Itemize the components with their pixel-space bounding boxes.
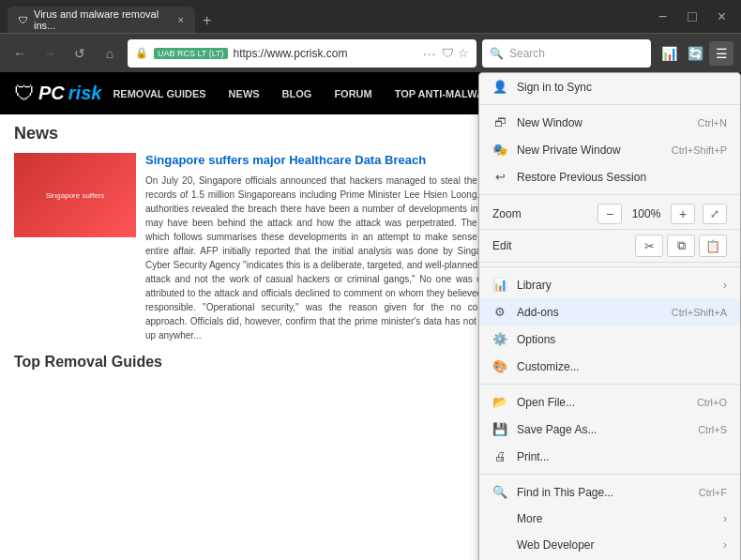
menu-print[interactable]: 🖨 Print...	[479, 443, 740, 470]
more-options-icon: ···	[423, 46, 437, 61]
menu-restore-session[interactable]: ↩ Restore Previous Session	[479, 163, 740, 190]
new-tab-button[interactable]: +	[195, 8, 219, 33]
reload-button[interactable]: ↺	[68, 41, 92, 66]
url-text: https://www.pcrisk.com	[234, 47, 417, 60]
main-article-body: On July 20, Singapore officials announce…	[145, 174, 507, 342]
browser-menu: 👤 Sign in to Sync 🗗 New Window Ctrl+N 🎭 …	[478, 72, 741, 560]
zoom-fullscreen-button[interactable]: ⤢	[703, 204, 727, 224]
logo-pc: PC	[38, 83, 65, 104]
open-file-label: Open File...	[517, 396, 688, 409]
find-icon: 🔍	[492, 485, 507, 499]
address-bar[interactable]: 🔒 UAB RCS LT (LT) https://www.pcrisk.com…	[128, 39, 476, 68]
options-label: Options	[517, 333, 727, 346]
save-page-label: Save Page As...	[517, 423, 688, 436]
news-left: Singapore suffers Singapore suffers majo…	[14, 153, 507, 342]
search-bar[interactable]: 🔍 Search	[482, 39, 651, 68]
nav-bar: ← → ↺ ⌂ 🔒 UAB RCS LT (LT) https://www.pc…	[0, 33, 741, 72]
nav-removal-guides[interactable]: REMOVAL GUIDES	[101, 88, 217, 99]
sign-in-label: Sign in to Sync	[517, 81, 727, 94]
search-placeholder: Search	[509, 47, 545, 60]
edit-control: Edit ✂ ⧉ 📋	[479, 230, 740, 263]
menu-private-window[interactable]: 🎭 New Private Window Ctrl+Shift+P	[479, 136, 740, 163]
print-icon: 🖨	[492, 449, 507, 463]
main-article: Singapore suffers Singapore suffers majo…	[14, 153, 507, 342]
menu-options[interactable]: ⚙️ Options	[479, 325, 740, 353]
toolbar-icons: 📊 🔄 ☰	[657, 41, 733, 66]
close-button[interactable]: ×	[710, 0, 733, 33]
library-arrow: ›	[723, 279, 727, 292]
home-button[interactable]: ⌂	[98, 41, 122, 66]
web-dev-label: Web Developer	[517, 538, 714, 552]
main-article-image: Singapore suffers	[14, 153, 136, 237]
menu-web-developer[interactable]: Web Developer ›	[479, 532, 740, 558]
menu-open-file[interactable]: 📂 Open File... Ctrl+O	[479, 388, 740, 416]
back-button[interactable]: ←	[8, 41, 32, 66]
open-file-icon: 📂	[492, 395, 507, 409]
customize-icon: 🎨	[492, 359, 507, 373]
nav-blog[interactable]: BLOG	[271, 88, 324, 99]
browser-frame: 🛡 Virus and malware removal ins... × + −…	[0, 0, 741, 560]
new-window-icon: 🗗	[492, 115, 507, 129]
menu-new-window[interactable]: 🗗 New Window Ctrl+N	[479, 109, 740, 136]
customize-label: Customize...	[517, 360, 727, 373]
web-dev-arrow: ›	[723, 538, 727, 552]
active-tab[interactable]: 🛡 Virus and malware removal ins... ×	[8, 7, 195, 33]
address-action-icons: 🛡 ☆	[442, 46, 469, 60]
window-controls: − □ ×	[651, 0, 733, 33]
zoom-control: Zoom − 100% + ⤢	[479, 199, 740, 230]
copy-button[interactable]: ⧉	[667, 235, 695, 257]
find-shortcut: Ctrl+F	[699, 487, 727, 498]
cut-button[interactable]: ✂	[635, 235, 663, 257]
private-window-shortcut: Ctrl+Shift+P	[672, 144, 727, 156]
open-file-shortcut: Ctrl+O	[697, 397, 727, 408]
menu-separator-5	[479, 474, 740, 475]
maximize-button[interactable]: □	[680, 0, 704, 33]
nav-news[interactable]: NEWS	[218, 88, 271, 99]
forward-button[interactable]: →	[38, 41, 62, 66]
library-icon: 📊	[492, 278, 507, 292]
zoom-minus-button[interactable]: −	[597, 204, 622, 224]
private-window-label: New Private Window	[517, 144, 662, 157]
minimize-button[interactable]: −	[651, 0, 674, 33]
tab-favicon: 🛡	[19, 15, 28, 25]
website-content: 🛡 PC risk REMOVAL GUIDES NEWS BLOG FORUM…	[0, 72, 741, 560]
menu-find[interactable]: 🔍 Find in This Page... Ctrl+F	[479, 478, 740, 506]
menu-separator-2	[479, 194, 740, 195]
user-icon: 👤	[492, 80, 507, 94]
addons-icon: ⚙	[492, 305, 507, 319]
menu-addons[interactable]: ⚙ Add-ons Ctrl+Shift+A	[479, 298, 740, 325]
restore-icon: ↩	[492, 170, 507, 184]
sync-icon[interactable]: 🔄	[683, 41, 707, 66]
menu-separator-3	[479, 266, 740, 267]
reader-mode-icon[interactable]: 📊	[657, 41, 681, 66]
more-arrow: ›	[723, 512, 727, 525]
logo-risk: risk	[68, 83, 102, 104]
menu-more[interactable]: More ›	[479, 506, 740, 532]
menu-save-page[interactable]: 💾 Save Page As... Ctrl+S	[479, 416, 740, 443]
main-article-title[interactable]: Singapore suffers major Healthcare Data …	[145, 153, 507, 169]
menu-icon[interactable]: ☰	[709, 41, 733, 66]
new-window-shortcut: Ctrl+N	[698, 117, 727, 129]
tab-close-button[interactable]: ×	[178, 14, 184, 25]
save-icon: 💾	[492, 422, 507, 436]
private-icon: 🎭	[492, 143, 507, 157]
new-window-label: New Window	[517, 116, 688, 129]
library-label: Library	[517, 279, 714, 292]
tab-title: Virus and malware removal ins...	[34, 8, 169, 31]
restore-session-label: Restore Previous Session	[517, 171, 727, 184]
addons-label: Add-ons	[517, 306, 662, 319]
options-icon: ⚙️	[492, 332, 507, 346]
paste-button[interactable]: 📋	[699, 235, 727, 257]
menu-sign-in[interactable]: 👤 Sign in to Sync	[479, 73, 740, 100]
menu-customize[interactable]: 🎨 Customize...	[479, 353, 740, 380]
zoom-value: 100%	[629, 207, 663, 220]
lock-icon: 🔒	[135, 47, 148, 59]
menu-library[interactable]: 📊 Library ›	[479, 271, 740, 298]
more-label: More	[517, 512, 714, 525]
site-logo: 🛡 PC risk	[14, 82, 101, 106]
menu-separator-4	[479, 384, 740, 385]
search-icon: 🔍	[490, 47, 504, 60]
org-badge: UAB RCS LT (LT)	[154, 48, 228, 59]
nav-forum[interactable]: FORUM	[323, 88, 383, 99]
zoom-plus-button[interactable]: +	[671, 204, 695, 224]
